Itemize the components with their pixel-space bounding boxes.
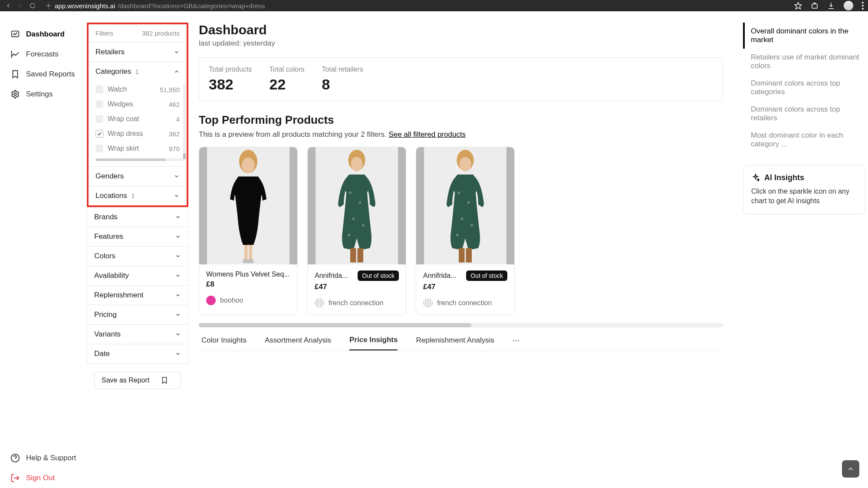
chevron-down-icon bbox=[175, 214, 181, 220]
filter-retailers[interactable]: Retailers bbox=[89, 43, 187, 62]
product-retailer: boohoo bbox=[206, 296, 290, 305]
tab-replenishment-analysis[interactable]: Replenishment Analysis bbox=[416, 336, 494, 350]
svg-point-26 bbox=[470, 224, 473, 227]
checkbox[interactable] bbox=[95, 86, 103, 93]
forecasts-icon bbox=[10, 49, 20, 59]
filter-replenishment[interactable]: Replenishment bbox=[87, 286, 188, 305]
product-image bbox=[416, 147, 514, 264]
ai-heading: AI Insights bbox=[764, 173, 804, 182]
product-card[interactable]: Womens Plus Velvet Seq... £8 boohoo bbox=[199, 147, 298, 315]
chevron-up-icon bbox=[174, 69, 180, 75]
filter-colors[interactable]: Colors bbox=[87, 247, 188, 266]
svg-point-0 bbox=[48, 5, 49, 7]
tab-more[interactable]: ··· bbox=[513, 335, 520, 350]
nav-forecasts[interactable]: Forecasts bbox=[0, 44, 87, 64]
filter-genders[interactable]: Genders bbox=[89, 167, 187, 186]
product-price: £8 bbox=[206, 280, 290, 289]
svg-point-27 bbox=[456, 234, 459, 237]
checkbox[interactable] bbox=[95, 130, 103, 138]
star-icon[interactable] bbox=[794, 2, 802, 10]
categories-vscroll[interactable] bbox=[183, 83, 186, 159]
product-name: Annifrida... bbox=[423, 272, 463, 280]
download-icon[interactable] bbox=[827, 2, 835, 10]
nav-saved-reports[interactable]: Saved Reports bbox=[0, 64, 87, 84]
toc-item[interactable]: Overall dominant colors in the market bbox=[743, 23, 865, 49]
chevron-down-icon bbox=[175, 234, 181, 240]
product-price: £47 bbox=[423, 283, 507, 291]
checkbox[interactable] bbox=[95, 100, 103, 108]
scroll-top-button[interactable] bbox=[842, 460, 859, 478]
filter-categories[interactable]: Categories 1 bbox=[89, 62, 187, 81]
top-products-heading: Top Performing Products bbox=[199, 113, 723, 127]
product-image bbox=[308, 147, 406, 264]
tab-assortment-analysis[interactable]: Assortment Analysis bbox=[265, 336, 331, 350]
forward-icon[interactable] bbox=[17, 3, 23, 9]
stat-total-retailers: Total retailers8 bbox=[322, 66, 363, 93]
help-icon bbox=[10, 453, 20, 463]
chevron-down-icon bbox=[174, 49, 180, 55]
nav-dashboard[interactable]: Dashboard bbox=[0, 24, 87, 44]
chevron-down-icon bbox=[175, 351, 181, 357]
save-report-button[interactable]: Save as Report bbox=[94, 372, 181, 389]
filter-pricing[interactable]: Pricing bbox=[87, 305, 188, 324]
retailer-dot bbox=[423, 298, 433, 308]
stat-total-colors: Total colors22 bbox=[270, 66, 305, 93]
checkbox[interactable] bbox=[95, 115, 103, 123]
retailer-dot bbox=[206, 296, 216, 305]
profile-avatar[interactable] bbox=[844, 1, 853, 10]
svg-rect-11 bbox=[248, 259, 254, 263]
toc-item[interactable]: Retailers use of market dominant colors bbox=[743, 49, 865, 75]
menu-dots-icon[interactable] bbox=[862, 2, 864, 10]
insight-tabs: Color InsightsAssortment AnalysisPrice I… bbox=[199, 332, 723, 351]
category-watch[interactable]: Watch51,950 bbox=[95, 82, 184, 97]
svg-point-17 bbox=[362, 224, 365, 227]
see-all-link[interactable]: See all filtered products bbox=[388, 130, 466, 138]
main-content: Dashboard last updated: yesterday Total … bbox=[188, 11, 733, 488]
filter-features[interactable]: Features bbox=[87, 227, 188, 246]
svg-point-13 bbox=[351, 157, 363, 171]
filter-brands[interactable]: Brands bbox=[87, 208, 188, 227]
filter-date[interactable]: Date bbox=[87, 344, 188, 363]
toc-item[interactable]: Most dominant color in each category ... bbox=[743, 127, 865, 153]
toc-item[interactable]: Dominant colors across top retailers bbox=[743, 101, 865, 127]
categories-hscroll[interactable] bbox=[95, 158, 183, 161]
right-panel: Overall dominant colors in the marketRet… bbox=[733, 11, 868, 488]
product-name: Annifrida... bbox=[315, 272, 354, 280]
svg-marker-1 bbox=[795, 3, 802, 9]
svg-point-23 bbox=[457, 191, 460, 194]
product-card[interactable]: Annifrida...Out of stock £47 french conn… bbox=[307, 147, 406, 315]
filter-locations[interactable]: Locations 1 bbox=[89, 186, 187, 205]
back-icon[interactable] bbox=[5, 3, 11, 9]
cards-hscroll[interactable] bbox=[199, 323, 723, 327]
chevron-down-icon bbox=[175, 331, 181, 337]
category-wrap-skirt[interactable]: Wrap skirt970 bbox=[95, 141, 184, 156]
site-settings-icon bbox=[45, 2, 52, 9]
category-wrap-dress[interactable]: Wrap dress382 bbox=[95, 126, 184, 141]
filter-availability[interactable]: Availability bbox=[87, 266, 188, 285]
ai-text: Click on the sparkle icon on any chart t… bbox=[751, 187, 857, 206]
url-path: /dashboard?locations=GB&categories=wrap+… bbox=[118, 2, 265, 10]
url-bar[interactable]: app.woveninsights.ai/dashboard?locations… bbox=[45, 2, 265, 10]
last-updated: last updated: yesterday bbox=[199, 39, 723, 48]
out-of-stock-badge: Out of stock bbox=[466, 270, 507, 281]
nav-signout-label: Sign Out bbox=[26, 474, 55, 482]
nav-signout[interactable]: Sign Out bbox=[0, 468, 87, 488]
svg-point-18 bbox=[348, 234, 350, 237]
category-wedges[interactable]: Wedges462 bbox=[95, 97, 184, 112]
nav-help[interactable]: Help & Support bbox=[0, 448, 87, 468]
extensions-icon[interactable] bbox=[811, 2, 819, 10]
tab-price-insights[interactable]: Price Insights bbox=[349, 336, 398, 350]
reload-icon[interactable] bbox=[30, 3, 36, 9]
product-retailer: french connection bbox=[315, 298, 399, 308]
toc-item[interactable]: Dominant colors across top categories bbox=[743, 75, 865, 101]
chevron-down-icon bbox=[175, 273, 181, 279]
out-of-stock-badge: Out of stock bbox=[358, 270, 399, 281]
category-wrap-coat[interactable]: Wrap coat4 bbox=[95, 112, 184, 126]
product-card[interactable]: Annifrida...Out of stock £47 french conn… bbox=[416, 147, 515, 315]
nav-settings[interactable]: Settings bbox=[0, 84, 87, 104]
filter-variants[interactable]: Variants bbox=[87, 325, 188, 344]
tab-color-insights[interactable]: Color Insights bbox=[201, 336, 247, 350]
checkbox[interactable] bbox=[95, 145, 103, 152]
chevron-down-icon bbox=[175, 253, 181, 259]
svg-point-25 bbox=[461, 218, 464, 220]
